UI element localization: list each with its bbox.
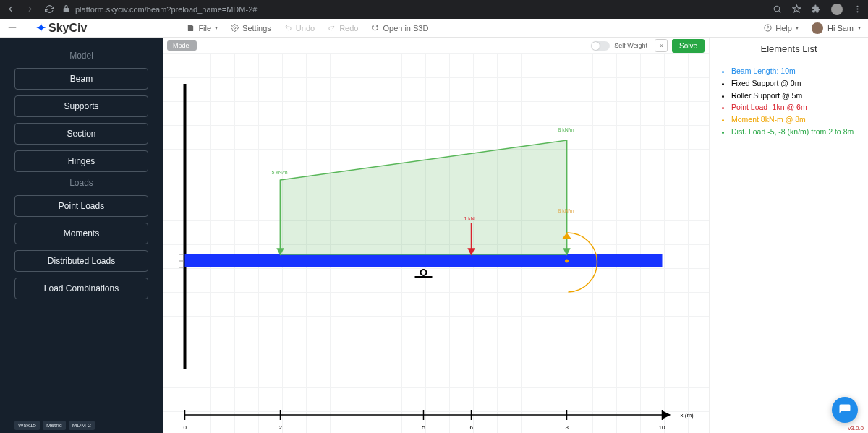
canvas-header: Model Self Weight « Solve bbox=[163, 38, 709, 53]
sidebar-item-load-combinations[interactable]: Load Combinations bbox=[14, 278, 148, 299]
list-item[interactable]: Fixed Support @ 0m bbox=[731, 77, 858, 90]
more-icon[interactable] bbox=[853, 4, 862, 15]
sidebar-item-distributed-loads[interactable]: Distributed Loads bbox=[14, 250, 148, 272]
tag-section[interactable]: W8x15 bbox=[14, 421, 40, 430]
distributed-load[interactable] bbox=[281, 140, 567, 254]
svg-point-4 bbox=[234, 27, 236, 29]
axis-tick-0: 0 bbox=[184, 424, 187, 431]
user-greeting: Hi Sam bbox=[827, 24, 854, 33]
elements-title: Elements List bbox=[720, 43, 858, 59]
canvas: Model Self Weight « Solve bbox=[163, 38, 709, 433]
x-axis bbox=[185, 410, 670, 420]
dist-end-bottom-label: 8 kN/m bbox=[558, 208, 574, 213]
list-item[interactable]: Beam Length: 10m bbox=[731, 65, 858, 77]
sidebar-section-model: Model bbox=[14, 51, 148, 61]
self-weight-label: Self Weight bbox=[614, 42, 647, 49]
solve-button[interactable]: Solve bbox=[672, 39, 705, 53]
open-s3d-label: Open in S3D bbox=[383, 24, 428, 33]
axis-tick-6: 6 bbox=[470, 424, 474, 431]
collapse-right-panel-button[interactable]: « bbox=[655, 39, 668, 52]
sidebar-item-supports[interactable]: Supports bbox=[14, 95, 148, 117]
list-item[interactable]: Dist. Load -5, -8 (kn/m) from 2 to 8m bbox=[731, 126, 858, 138]
svg-point-2 bbox=[856, 8, 858, 9]
user-menu[interactable]: Hi Sam ▾ bbox=[812, 22, 861, 34]
svg-point-3 bbox=[856, 11, 858, 12]
settings-label: Settings bbox=[242, 24, 271, 33]
lock-icon bbox=[61, 4, 71, 15]
moment-marker bbox=[565, 260, 569, 263]
axis-label: x (m) bbox=[681, 412, 694, 419]
dist-end-label: 8 kN/m bbox=[558, 127, 574, 132]
settings-menu[interactable]: Settings bbox=[231, 24, 271, 33]
dist-start-label: 5 kN/m bbox=[272, 170, 288, 175]
version-label: v3.0.0 bbox=[848, 425, 864, 432]
self-weight-toggle[interactable] bbox=[591, 41, 610, 51]
sidebar-item-beam[interactable]: Beam bbox=[14, 68, 148, 90]
back-icon[interactable] bbox=[6, 4, 15, 15]
sidebar-item-section[interactable]: Section bbox=[14, 123, 148, 145]
menu-icon[interactable] bbox=[7, 22, 17, 34]
tab-model[interactable]: Model bbox=[167, 40, 197, 51]
chevron-down-icon: ▾ bbox=[858, 25, 861, 31]
sidebar-item-moments[interactable]: Moments bbox=[14, 223, 148, 244]
axis-tick-10: 10 bbox=[659, 424, 665, 431]
sidebar-item-point-loads[interactable]: Point Loads bbox=[14, 195, 148, 217]
help-label: Help bbox=[775, 24, 792, 33]
chevron-down-icon: ▾ bbox=[796, 25, 799, 31]
logo-mark-icon: ✦ bbox=[36, 21, 46, 35]
svg-marker-22 bbox=[664, 412, 670, 418]
star-icon[interactable] bbox=[792, 4, 801, 15]
axis-tick-8: 8 bbox=[566, 424, 569, 431]
undo-button[interactable]: Undo bbox=[284, 24, 315, 33]
beam-diagram[interactable]: 5 kN/m 8 kN/m 8 kN/m 1 kN bbox=[163, 53, 709, 433]
elements-panel: Elements List Beam Length: 10m Fixed Sup… bbox=[709, 38, 868, 433]
sidebar-tags: W8x15 Metric MDM-2 bbox=[14, 421, 95, 430]
avatar bbox=[812, 22, 823, 34]
redo-button[interactable]: Redo bbox=[328, 24, 358, 33]
sidebar: Model Beam Supports Section Hinges Loads… bbox=[0, 38, 163, 433]
undo-label: Undo bbox=[296, 24, 315, 33]
address-bar-text[interactable]: platform.skyciv.com/beam?preload_name=MD… bbox=[75, 5, 257, 14]
sidebar-item-hinges[interactable]: Hinges bbox=[14, 150, 148, 172]
forward-icon[interactable] bbox=[25, 4, 35, 15]
redo-label: Redo bbox=[339, 24, 358, 33]
browser-bar: platform.skyciv.com/beam?preload_name=MD… bbox=[0, 0, 868, 19]
axis-tick-2: 2 bbox=[279, 424, 283, 431]
profile-icon[interactable] bbox=[831, 4, 843, 15]
svg-point-0 bbox=[774, 6, 780, 12]
open-s3d-button[interactable]: Open in S3D bbox=[371, 24, 428, 33]
elements-list: Beam Length: 10m Fixed Support @ 0m Roll… bbox=[720, 65, 858, 138]
sidebar-section-loads: Loads bbox=[14, 178, 148, 188]
file-menu[interactable]: File ▾ bbox=[187, 24, 218, 33]
list-item[interactable]: Moment 8kN-m @ 8m bbox=[731, 113, 858, 126]
app-toolbar: ✦ SkyCiv File ▾ Settings Undo Redo Open … bbox=[0, 19, 868, 38]
svg-point-1 bbox=[856, 5, 858, 7]
point-load-label: 1 kN bbox=[464, 216, 475, 221]
chat-button[interactable] bbox=[832, 397, 858, 423]
svg-point-6 bbox=[421, 270, 427, 275]
search-icon[interactable] bbox=[773, 4, 782, 15]
brand-logo[interactable]: ✦ SkyCiv bbox=[36, 21, 87, 35]
list-item[interactable]: Point Load -1kn @ 6m bbox=[731, 101, 858, 113]
brand-text: SkyCiv bbox=[48, 22, 87, 35]
tag-units[interactable]: Metric bbox=[43, 421, 66, 430]
list-item[interactable]: Roller Support @ 5m bbox=[731, 90, 858, 102]
help-menu[interactable]: Help ▾ bbox=[764, 24, 799, 33]
file-label: File bbox=[198, 24, 211, 33]
chevron-down-icon: ▾ bbox=[215, 25, 218, 31]
roller-support bbox=[415, 270, 433, 277]
reload-icon[interactable] bbox=[45, 4, 54, 15]
beam-body[interactable] bbox=[185, 254, 663, 267]
tag-model[interactable]: MDM-2 bbox=[69, 421, 95, 430]
extensions-icon[interactable] bbox=[812, 4, 821, 15]
axis-tick-5: 5 bbox=[422, 424, 426, 431]
